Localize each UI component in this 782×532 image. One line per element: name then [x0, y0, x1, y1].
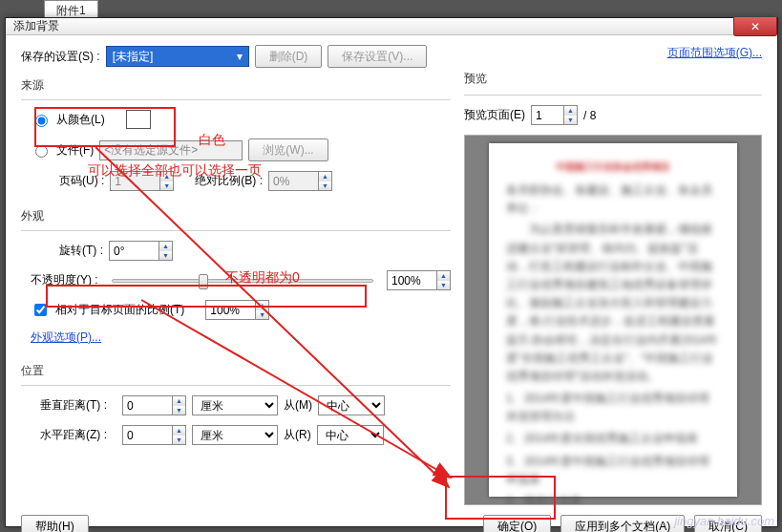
hdist-from-select[interactable]: 中心 [317, 425, 384, 445]
from-file-label: 文件(F) [56, 142, 94, 159]
help-button[interactable]: 帮助(H) [21, 515, 89, 532]
position-legend: 位置 [21, 363, 451, 379]
hdist-unit-select[interactable]: 厘米 [192, 425, 278, 445]
rel-scale-check[interactable] [34, 304, 47, 316]
preview-area: 中国施工行业协会优秀项目 各关联协会、各建设、施工企业、各会员单位： 为认真贯彻… [464, 135, 762, 505]
saved-settings-combo[interactable]: [未指定] ▾ [106, 46, 249, 67]
color-swatch[interactable] [126, 110, 151, 129]
close-icon: ✕ [750, 20, 760, 33]
down-icon[interactable]: ▼ [159, 251, 172, 261]
from-color-radio[interactable] [35, 115, 48, 127]
abs-scale-spin[interactable]: ▲▼ [268, 171, 332, 191]
watermark: jingyan.baidu.com [674, 514, 774, 528]
down-icon[interactable]: ▼ [256, 310, 268, 320]
up-icon[interactable]: ▲ [173, 426, 185, 436]
preview-page: 中国施工行业协会优秀项目 各关联协会、各建设、施工企业、各会员单位： 为认真贯彻… [489, 143, 737, 497]
titlebar: 添加背景 ✕ [6, 18, 777, 35]
from-color-label: 从颜色(L) [56, 112, 105, 128]
vdist-from-label: 从(M) [284, 397, 312, 414]
down-icon[interactable]: ▼ [564, 116, 577, 125]
preview-total: / 8 [583, 109, 596, 122]
page-range-link[interactable]: 页面范围选项(G)... [667, 46, 762, 59]
save-settings-button[interactable]: 保存设置(V)... [328, 45, 427, 68]
page-num-spin[interactable]: ▲▼ [110, 171, 174, 191]
abs-scale-label: 绝对比例(B) : [195, 173, 263, 189]
vdist-unit-select[interactable]: 厘米 [192, 395, 278, 415]
dialog-footer: 帮助(H) 确定(O) 应用到多个文档(A) 取消(C) [6, 505, 777, 532]
down-icon[interactable]: ▼ [173, 406, 185, 415]
preview-page-label: 预览页面(E) [464, 107, 525, 123]
down-icon[interactable]: ▼ [160, 181, 173, 191]
ok-button[interactable]: 确定(O) [483, 515, 551, 532]
preview-legend: 预览 [464, 71, 762, 87]
vdist-label: 垂直距离(T) : [40, 397, 116, 414]
window-title: 添加背景 [13, 18, 59, 34]
up-icon[interactable]: ▲ [437, 271, 450, 281]
up-icon[interactable]: ▲ [159, 242, 172, 251]
opacity-spin[interactable]: ▲▼ [387, 270, 451, 290]
page-num-label: 页码(U) : [59, 173, 104, 189]
up-icon[interactable]: ▲ [160, 172, 173, 181]
close-button[interactable]: ✕ [733, 17, 777, 36]
appearance-fieldset: 外观 旋转(T) : ▲▼ 不透明度(Y) : ▲▼ [21, 208, 451, 355]
appearance-options-link[interactable]: 外观选项(P)... [31, 330, 101, 346]
up-icon[interactable]: ▲ [256, 301, 268, 310]
delete-button[interactable]: 删除(D) [255, 45, 323, 68]
hdist-label: 水平距离(Z) : [40, 427, 116, 443]
browse-button[interactable]: 浏览(W)... [248, 138, 328, 161]
rel-scale-label: 相对于目标页面的比例(T) [55, 302, 184, 318]
opacity-slider[interactable] [112, 279, 373, 283]
apply-multiple-button[interactable]: 应用到多个文档(A) [560, 515, 685, 532]
preview-page-spin[interactable]: ▲▼ [531, 105, 578, 125]
from-file-radio[interactable] [35, 145, 48, 158]
hdist-spin[interactable]: ▲▼ [122, 425, 186, 445]
rotate-spin[interactable]: ▲▼ [109, 241, 173, 261]
rel-scale-spin[interactable]: ▲▼ [205, 300, 269, 320]
opacity-label: 不透明度(Y) : [31, 272, 98, 288]
appearance-legend: 外观 [21, 208, 451, 224]
down-icon[interactable]: ▼ [173, 436, 185, 445]
rotate-label: 旋转(T) : [59, 243, 103, 259]
file-path-input[interactable] [99, 140, 243, 160]
saved-settings-label: 保存的设置(S) : [21, 49, 100, 65]
vdist-spin[interactable]: ▲▼ [122, 395, 186, 415]
source-fieldset: 来源 从颜色(L) 文件(F) 浏览(W)... 页码(U) : [21, 77, 451, 201]
chevron-down-icon: ▾ [237, 50, 243, 63]
position-fieldset: 位置 垂直距离(T) : ▲▼ 厘米 从(M) 中心 水平距离(Z) : [21, 363, 451, 455]
slider-thumb[interactable] [199, 274, 208, 289]
up-icon[interactable]: ▲ [319, 172, 331, 181]
source-legend: 来源 [21, 77, 451, 94]
vdist-from-select[interactable]: 中心 [318, 395, 385, 415]
up-icon[interactable]: ▲ [564, 106, 577, 116]
dialog-window: 添加背景 ✕ 保存的设置(S) : [未指定] ▾ 删除(D) 保存设置(V).… [5, 17, 778, 527]
down-icon[interactable]: ▼ [437, 281, 450, 290]
hdist-from-label: 从(R) [284, 427, 311, 443]
down-icon[interactable]: ▼ [319, 181, 331, 191]
up-icon[interactable]: ▲ [173, 396, 185, 406]
